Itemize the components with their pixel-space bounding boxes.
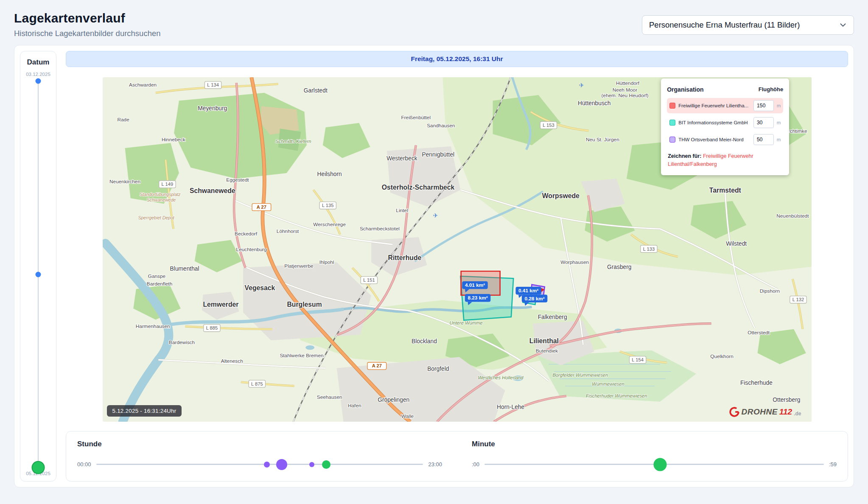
map-place-label: Blumenthal bbox=[170, 266, 199, 272]
legend-org-header: Organisation bbox=[667, 86, 703, 93]
map-place-label: Worpswede bbox=[542, 192, 579, 199]
main-card: Datum 03.12.2025 05.12.2025 Freitag, 05.… bbox=[14, 45, 854, 487]
svg-text:L 132: L 132 bbox=[792, 297, 804, 302]
legend-draw-for: Zeichnen für: Freiwillige Feuerwehr Lili… bbox=[667, 152, 783, 168]
map-place-label: Westliches Hollerland bbox=[478, 375, 524, 380]
map-timestamp-badge: 5.12.2025 - 16:31:24Uhr bbox=[107, 405, 182, 417]
timeline-start-date: 03.12.2025 bbox=[26, 72, 50, 77]
date-timeline-card: Datum 03.12.2025 05.12.2025 bbox=[20, 51, 56, 482]
mission-select[interactable]: Personensuche Erna Musterfrau (11 Bilder… bbox=[642, 15, 854, 35]
map[interactable]: ✈✈ SchwanewedeOsterholz-ScharmbeckRitter… bbox=[103, 77, 812, 422]
map-place-label: Otterstedt bbox=[748, 330, 770, 336]
svg-text:L 154: L 154 bbox=[632, 357, 644, 362]
map-place-label: Schwanewede bbox=[146, 197, 175, 202]
svg-text:L 134: L 134 bbox=[207, 82, 219, 87]
hour-slider-max: 23:00 bbox=[428, 461, 442, 468]
altitude-unit: m bbox=[777, 120, 781, 125]
map-place-label: Dipshorn bbox=[759, 288, 779, 294]
org-color-swatch bbox=[669, 103, 675, 109]
map-place-label: Heilshorn bbox=[317, 171, 342, 177]
road-ref-badge: L 885 bbox=[203, 325, 220, 332]
altitude-input[interactable] bbox=[753, 134, 774, 145]
map-place-label: Bardenfleth bbox=[146, 281, 172, 287]
svg-text:8.23 km²: 8.23 km² bbox=[468, 295, 487, 301]
logo-text-112: 112 bbox=[779, 407, 792, 417]
altitude-unit: m bbox=[777, 103, 781, 108]
airfield-icon: ✈ bbox=[433, 212, 438, 219]
map-place-label: Hinnebeck bbox=[161, 137, 185, 143]
road-ref-badge: L 154 bbox=[629, 356, 646, 364]
hour-slider-track[interactable] bbox=[96, 464, 423, 465]
map-place-label: Leuchtenburg bbox=[236, 246, 266, 252]
legend-altitude-header: Flughöhe bbox=[759, 86, 784, 93]
mission-select-value: Personensuche Erna Musterfrau (11 Bilder… bbox=[649, 20, 800, 30]
svg-text:4.01 km²: 4.01 km² bbox=[465, 282, 484, 288]
map-place-label: Standortübungsplatz bbox=[140, 192, 181, 197]
timeline-point[interactable] bbox=[36, 272, 41, 277]
map-place-label: Pennigbüttel bbox=[422, 151, 454, 158]
svg-text:L 153: L 153 bbox=[543, 123, 554, 128]
map-place-label: Tarmstedt bbox=[709, 187, 741, 194]
svg-text:L 875: L 875 bbox=[251, 381, 263, 386]
legend-row[interactable]: BIT Informationssysteme GmbHm bbox=[667, 115, 783, 130]
map-place-label: Scharmbeckstotel bbox=[359, 226, 399, 232]
page-subtitle: Historische Lagekartenbilder durchsuchen bbox=[14, 29, 161, 38]
logo-text-de: .de bbox=[794, 411, 801, 417]
map-place-label: Harmenhausen bbox=[135, 323, 170, 329]
slider-handle[interactable] bbox=[653, 458, 666, 471]
timeline-point[interactable] bbox=[36, 78, 41, 84]
map-place-label: Fischerhuder Wümmewiesen bbox=[585, 393, 647, 398]
road-ref-badge: L 153 bbox=[540, 122, 557, 129]
road-ref-badge: L 133 bbox=[640, 245, 657, 252]
map-place-label: Schmidts Kiefern bbox=[275, 139, 311, 144]
map-place-label: (ehem. Neu Heudorf) bbox=[601, 92, 648, 98]
map-place-label: Wilstedt bbox=[726, 241, 747, 247]
road-ref-badge: A 27 bbox=[367, 362, 386, 370]
map-place-label: Osterholz-Scharmbeck bbox=[381, 184, 454, 191]
road-ref-badge: L 875 bbox=[249, 380, 265, 387]
map-place-label: Wümmewiesen bbox=[592, 381, 624, 386]
map-place-label: Sandhausen bbox=[427, 123, 455, 129]
slider-handle[interactable] bbox=[276, 459, 287, 470]
time-sliders-card: Stunde 00:00 23:00 Minute :00 :59 bbox=[66, 431, 848, 482]
legend-row[interactable]: Freiwillige Feuerwehr Lilientha...m bbox=[667, 98, 783, 113]
map-row: ✈✈ SchwanewedeOsterholz-ScharmbeckRitter… bbox=[66, 77, 848, 422]
map-place-label: Untere Wümme bbox=[449, 320, 482, 325]
map-place-label: Beckedorf bbox=[235, 231, 258, 237]
timeline-point[interactable] bbox=[32, 461, 45, 474]
map-place-label: Neuenkirchen bbox=[109, 179, 140, 185]
map-place-label: Blockland bbox=[412, 338, 437, 344]
map-place-label: Falkenberg bbox=[538, 314, 567, 320]
logo-text-drohne: DROHNE bbox=[742, 407, 778, 417]
map-place-label: Neeh Moor bbox=[612, 87, 637, 93]
page-title: Lagekartenverlauf bbox=[14, 11, 161, 25]
map-place-label: Neuenbülstedt bbox=[776, 213, 809, 219]
page-header: Lagekartenverlauf Historische Lagekarten… bbox=[0, 0, 868, 38]
slider-handle[interactable] bbox=[322, 460, 330, 469]
map-place-label: Hafen bbox=[348, 403, 361, 409]
drohne112-logo-icon bbox=[729, 406, 740, 417]
organization-legend-panel: Organisation Flughöhe Freiwillige Feuerw… bbox=[661, 78, 789, 175]
svg-text:L 149: L 149 bbox=[161, 182, 173, 187]
timeline-track[interactable] bbox=[38, 81, 39, 468]
map-place-label: Fischerhude bbox=[740, 380, 773, 386]
org-name: BIT Informationssysteme GmbH bbox=[678, 120, 750, 125]
datetime-banner-text: Freitag, 05.12.2025, 16:31 Uhr bbox=[411, 55, 503, 63]
map-place-label: Grasberg bbox=[607, 264, 631, 270]
map-place-label: Gröpelingen bbox=[378, 397, 409, 403]
map-place-label: Meyenburg bbox=[198, 105, 227, 112]
airfield-icon: ✈ bbox=[579, 82, 584, 89]
hour-slider-block: Stunde 00:00 23:00 bbox=[77, 440, 442, 470]
altitude-input[interactable] bbox=[753, 100, 774, 111]
map-place-label: Altenesch bbox=[221, 358, 243, 364]
map-place-label: Aschwarden bbox=[129, 82, 157, 88]
slider-handle[interactable] bbox=[309, 462, 314, 467]
altitude-input[interactable] bbox=[753, 117, 774, 128]
map-place-label: Borgfeld bbox=[427, 366, 449, 372]
road-ref-badge: L 132 bbox=[790, 296, 806, 303]
minute-slider-track[interactable] bbox=[484, 464, 824, 465]
slider-handle[interactable] bbox=[264, 462, 270, 468]
map-place-label: Ritterhude bbox=[388, 254, 421, 261]
map-place-label: Lemwerder bbox=[203, 301, 238, 308]
legend-row[interactable]: THW Ortsverband Meier-Nordm bbox=[667, 132, 783, 147]
